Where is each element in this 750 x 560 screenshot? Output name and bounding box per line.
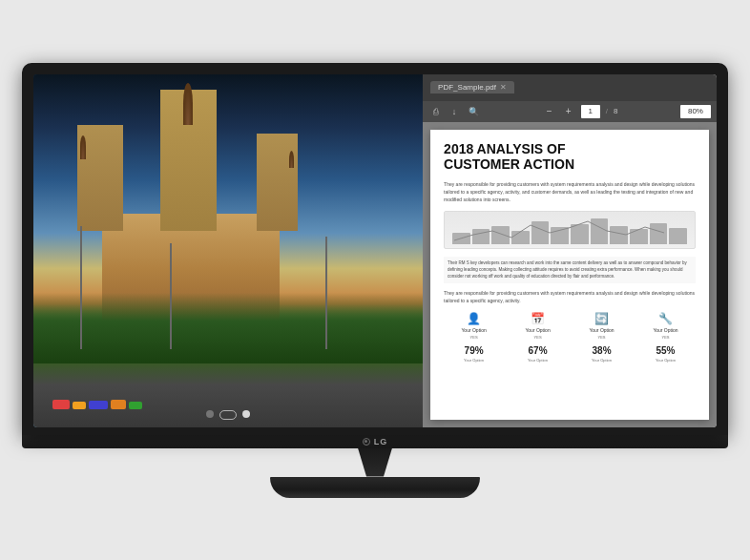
church-center-tower xyxy=(160,90,216,231)
pdf-tab[interactable]: PDF_Sample.pdf ✕ xyxy=(430,81,514,93)
church-photo xyxy=(33,74,423,427)
pdf-page: 2018 ANALYSIS OF CUSTOMER ACTION They ar… xyxy=(430,130,709,420)
stat-item-1: 👤 Your Option YES xyxy=(444,312,504,340)
monitor-bottom-bezel: LG xyxy=(22,435,728,448)
indicator-active xyxy=(219,410,237,420)
church-center-dome xyxy=(183,83,194,125)
indicator-2 xyxy=(242,410,250,418)
pdf-report-title: 2018 ANALYSIS OF CUSTOMER ACTION xyxy=(444,141,696,174)
vehicle-5 xyxy=(129,402,142,409)
pdf-stats-row: 👤 Your Option YES 📅 Your Option YES 🔄 xyxy=(444,312,696,340)
chart-line-svg xyxy=(445,214,695,250)
church-right-tower xyxy=(257,134,297,231)
screen-indicators xyxy=(206,410,250,420)
stat-value-4: 55% xyxy=(656,345,675,356)
monitor: PDF_Sample.pdf ✕ ⎙ ↓ 🔍 − + / 8 xyxy=(22,63,728,498)
vehicle-1 xyxy=(52,400,70,409)
church-scene xyxy=(33,74,423,427)
pdf-title-line1: 2018 ANALYSIS OF xyxy=(444,141,696,157)
monitor-frame: PDF_Sample.pdf ✕ ⎙ ↓ 🔍 − + / 8 xyxy=(22,63,728,435)
pdf-chart xyxy=(444,211,696,249)
power-led xyxy=(365,440,367,443)
stat-sublabel-1: YES xyxy=(470,335,478,340)
pdf-controls-bar: ⎙ ↓ 🔍 − + / 8 xyxy=(423,101,717,122)
pdf-intro-text: They are responsible for providing custo… xyxy=(444,180,696,203)
stat-label-1: Your Option xyxy=(461,327,486,333)
monitor-stand-base xyxy=(270,477,480,498)
pdf-section2-text: Their RM S key developers can research a… xyxy=(444,257,696,283)
person-icon: 👤 xyxy=(467,312,481,325)
church-right-dome xyxy=(289,151,294,168)
lg-power-indicator xyxy=(363,438,370,446)
page-separator: / xyxy=(606,107,608,115)
vehicle-2 xyxy=(73,402,86,409)
stat-sublabel-3: YES xyxy=(598,335,606,340)
stat-label-2: Your Option xyxy=(525,327,550,333)
stat-label-3: Your Option xyxy=(589,327,614,333)
stat-item-2: 📅 Your Option YES xyxy=(508,312,568,340)
pdf-viewer: PDF_Sample.pdf ✕ ⎙ ↓ 🔍 − + / 8 xyxy=(423,74,717,427)
lg-brand-logo: LG xyxy=(374,437,388,446)
page-total: 8 xyxy=(614,107,617,115)
pdf-tab-bar: PDF_Sample.pdf ✕ xyxy=(423,74,717,101)
stat-item-3: 🔄 Your Option YES xyxy=(572,312,632,340)
street-vehicles xyxy=(52,367,403,409)
stat-sublabel-4: YES xyxy=(661,335,669,340)
pdf-title-line2: CUSTOMER ACTION xyxy=(444,156,696,173)
pdf-content-area: 2018 ANALYSIS OF CUSTOMER ACTION They ar… xyxy=(423,122,717,427)
tree-line xyxy=(33,293,423,363)
stat-sub-2: Your Option xyxy=(528,358,548,363)
church-left-tower xyxy=(77,125,123,231)
vehicle-4 xyxy=(111,400,126,409)
street-pole-3 xyxy=(325,237,327,349)
stat-number-4: 55% Your Option xyxy=(635,345,696,363)
download-icon[interactable]: ↓ xyxy=(448,105,461,118)
church-left-dome xyxy=(80,135,87,158)
monitor-screen: PDF_Sample.pdf ✕ ⎙ ↓ 🔍 − + / 8 xyxy=(33,74,717,427)
stat-label-4: Your Option xyxy=(653,327,677,333)
calendar-icon: 📅 xyxy=(531,312,545,325)
stat-value-3: 38% xyxy=(593,345,612,356)
stat-sub-4: Your Option xyxy=(656,358,676,363)
stat-value-2: 67% xyxy=(529,345,548,356)
wrench-icon: 🔧 xyxy=(658,312,673,325)
stat-number-1: 79% Your Option xyxy=(444,345,504,363)
street-pole-2 xyxy=(170,243,172,349)
stat-number-3: 38% Your Option xyxy=(572,345,632,363)
stat-sub-3: Your Option xyxy=(592,358,612,363)
stat-sub-1: Your Option xyxy=(464,358,484,363)
stat-sublabel-2: YES xyxy=(534,335,542,340)
zoom-in-icon[interactable]: + xyxy=(562,105,575,118)
monitor-stand-neck xyxy=(346,448,404,477)
refresh-icon: 🔄 xyxy=(594,312,609,325)
search-icon[interactable]: 🔍 xyxy=(467,105,480,118)
page-number-input[interactable] xyxy=(581,105,600,118)
pdf-numbers-row: 79% Your Option 67% Your Option 38% Your… xyxy=(444,345,696,363)
stat-value-1: 79% xyxy=(465,345,484,356)
indicator-1 xyxy=(206,410,214,418)
street-pole-1 xyxy=(80,226,82,350)
monitor-brand-area: LG xyxy=(363,437,388,446)
print-icon[interactable]: ⎙ xyxy=(428,105,442,118)
vehicle-3 xyxy=(89,401,108,409)
zoom-input[interactable] xyxy=(680,105,711,118)
stat-number-2: 67% Your Option xyxy=(508,345,568,363)
stat-item-4: 🔧 Your Option YES xyxy=(635,312,696,340)
pdf-filename: PDF_Sample.pdf xyxy=(438,83,496,92)
pdf-body-text2: They are responsible for providing custo… xyxy=(444,289,696,304)
zoom-out-icon[interactable]: − xyxy=(543,105,556,118)
close-tab-button[interactable]: ✕ xyxy=(500,83,507,92)
